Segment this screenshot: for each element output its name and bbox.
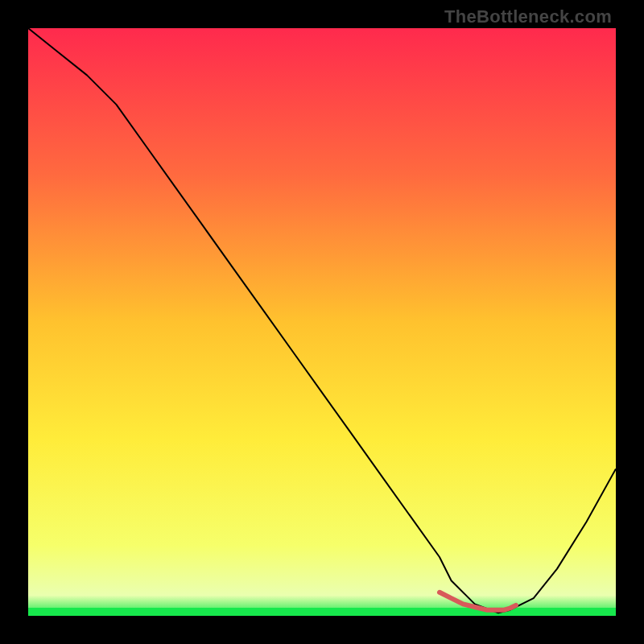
watermark-label: TheBottleneck.com xyxy=(444,6,612,27)
svg-rect-0 xyxy=(28,28,616,616)
svg-rect-1 xyxy=(28,608,616,616)
chart-svg xyxy=(28,28,616,616)
chart-frame: TheBottleneck.com xyxy=(0,0,644,644)
plot-area xyxy=(28,28,616,616)
